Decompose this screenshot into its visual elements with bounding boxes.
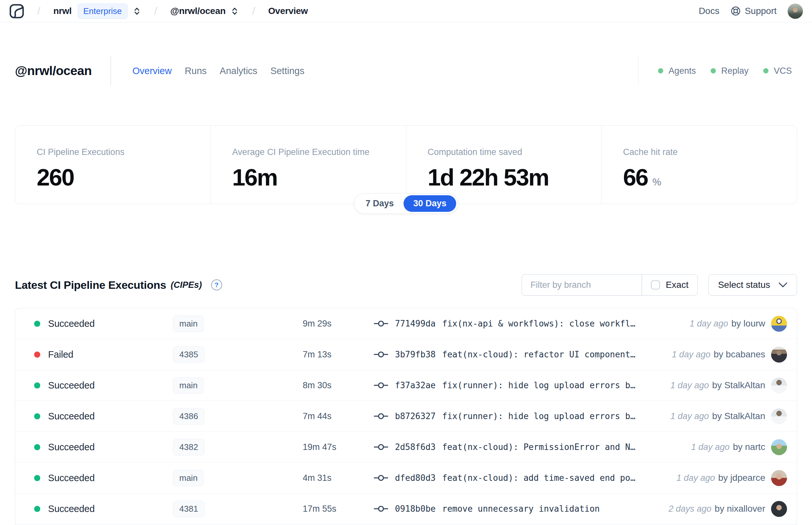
nx-cloud-logo-icon[interactable] bbox=[9, 3, 24, 19]
help-icon[interactable]: ? bbox=[211, 280, 222, 290]
git-commit-icon bbox=[374, 443, 388, 451]
commit-message: fix(runner): hide log upload errors b… bbox=[442, 411, 635, 421]
status-label: Succeeded bbox=[48, 473, 94, 483]
select-status-label: Select status bbox=[718, 280, 770, 290]
feature-replay[interactable]: Replay bbox=[711, 66, 748, 76]
workspace-header: @nrwl/ocean Overview Runs Analytics Sett… bbox=[0, 57, 812, 85]
tab-runs[interactable]: Runs bbox=[184, 64, 208, 78]
feature-agents-label: Agents bbox=[669, 66, 696, 76]
breadcrumb-separator: / bbox=[37, 5, 40, 17]
branch-filter-input[interactable] bbox=[522, 274, 642, 295]
table-row[interactable]: Succeeded main 4m 31s dfed80d3 feat(nx-c… bbox=[15, 463, 797, 494]
stat-value: 16m bbox=[232, 164, 277, 191]
git-commit-icon bbox=[374, 320, 388, 328]
branch-badge: main bbox=[173, 315, 204, 332]
breadcrumb-org[interactable]: nrwl bbox=[53, 6, 72, 16]
table-row[interactable]: Failed 4385 7m 13s 3b79fb38 feat(nx-clou… bbox=[15, 339, 797, 370]
stats-cards: CI Pipeline Executions 260 Average CI Pi… bbox=[15, 125, 797, 204]
author: by StalkAltan bbox=[712, 411, 765, 421]
table-row[interactable]: Succeeded main 9m 29s 771499da fix(nx-ap… bbox=[15, 308, 797, 339]
stat-value: 260 bbox=[37, 164, 74, 191]
period-toggle: 7 Days 30 Days bbox=[354, 193, 458, 214]
stat-computation-time-saved: Computation time saved 1d 22h 53m bbox=[406, 126, 601, 204]
duration: 9m 29s bbox=[264, 319, 374, 329]
git-commit-icon bbox=[374, 381, 388, 389]
exact-checkbox[interactable] bbox=[651, 280, 660, 289]
cipe-table: Succeeded main 9m 29s 771499da fix(nx-ap… bbox=[15, 308, 797, 525]
feature-vcs-label: VCS bbox=[774, 66, 792, 76]
commit-hash: f37a32ae bbox=[395, 380, 435, 390]
table-row[interactable]: Succeeded 4382 19m 47s 2d58f6d3 feat(nx-… bbox=[15, 432, 797, 463]
stat-value: 66 bbox=[623, 164, 648, 191]
commit-message: feat(nx-cloud): PermissionError and N… bbox=[442, 442, 635, 452]
avatar bbox=[771, 347, 787, 363]
author: by jdpearce bbox=[718, 473, 765, 483]
table-row[interactable]: Succeeded main 8m 30s f37a32ae fix(runne… bbox=[15, 370, 797, 401]
git-commit-icon bbox=[374, 474, 388, 482]
status-label: Failed bbox=[48, 349, 73, 360]
time-ago: 1 day ago bbox=[670, 411, 709, 421]
period-30-days-button[interactable]: 30 Days bbox=[403, 195, 456, 212]
status-dot bbox=[34, 444, 40, 450]
duration: 7m 13s bbox=[264, 349, 374, 360]
feature-replay-label: Replay bbox=[721, 66, 748, 76]
stat-cache-hit-rate: Cache hit rate 66 % bbox=[601, 126, 797, 204]
time-ago: 1 day ago bbox=[677, 473, 715, 483]
workspace-switcher-chevron-icon[interactable] bbox=[230, 7, 239, 16]
org-switcher-chevron-icon[interactable] bbox=[133, 7, 141, 16]
stat-label: Average CI Pipeline Execution time bbox=[232, 147, 406, 157]
branch-badge: 4382 bbox=[173, 439, 205, 455]
time-ago: 2 days ago bbox=[669, 504, 711, 514]
commit-hash: 3b79fb38 bbox=[395, 349, 435, 359]
stat-ci-pipeline-executions: CI Pipeline Executions 260 bbox=[15, 126, 211, 204]
top-navbar: / nrwl Enterprise / @nrwl/ocean / Overvi… bbox=[0, 0, 812, 22]
stat-label: CI Pipeline Executions bbox=[37, 147, 211, 157]
breadcrumb-workspace[interactable]: @nrwl/ocean bbox=[170, 6, 226, 16]
workspace-tabs: Overview Runs Analytics Settings bbox=[132, 64, 305, 78]
table-row[interactable]: Succeeded 4386 7m 44s b8726327 fix(runne… bbox=[15, 401, 797, 432]
docs-link[interactable]: Docs bbox=[699, 6, 719, 16]
tab-analytics[interactable]: Analytics bbox=[219, 64, 258, 78]
table-row[interactable]: Succeeded 4381 17m 55s 0918b0be remove u… bbox=[15, 494, 797, 524]
commit-message: remove unnecessary invalidation bbox=[442, 504, 600, 514]
feature-vcs[interactable]: VCS bbox=[763, 66, 792, 76]
branch-badge: main bbox=[173, 470, 204, 486]
status-dot bbox=[34, 382, 40, 389]
support-link[interactable]: Support bbox=[731, 6, 777, 16]
select-status-dropdown[interactable]: Select status bbox=[708, 274, 797, 296]
period-7-days-button[interactable]: 7 Days bbox=[356, 195, 403, 212]
duration: 19m 47s bbox=[264, 442, 374, 452]
exact-label: Exact bbox=[666, 280, 689, 290]
status-dot bbox=[34, 475, 40, 481]
support-label: Support bbox=[745, 6, 777, 16]
commit-message: feat(nx-cloud): refactor UI component… bbox=[442, 349, 635, 359]
user-avatar[interactable] bbox=[788, 3, 803, 19]
status-label: Succeeded bbox=[48, 318, 94, 329]
tab-settings[interactable]: Settings bbox=[270, 64, 305, 78]
commit-hash: 2d58f6d3 bbox=[395, 442, 435, 452]
breadcrumb-page: Overview bbox=[268, 6, 308, 16]
branch-filter-group: Exact bbox=[522, 274, 698, 296]
author: by nixallover bbox=[715, 504, 765, 514]
green-status-dot-icon bbox=[711, 68, 716, 73]
duration: 17m 55s bbox=[264, 504, 374, 514]
feature-agents[interactable]: Agents bbox=[658, 66, 696, 76]
commit-hash: 771499da bbox=[395, 319, 435, 328]
status-dot bbox=[34, 351, 40, 358]
avatar bbox=[771, 316, 787, 332]
time-ago: 1 day ago bbox=[670, 380, 709, 390]
avatar bbox=[771, 501, 787, 517]
time-ago: 1 day ago bbox=[690, 319, 728, 329]
commit-hash: 0918b0be bbox=[395, 504, 435, 514]
exact-toggle[interactable]: Exact bbox=[642, 280, 698, 290]
tab-overview[interactable]: Overview bbox=[132, 64, 172, 78]
stat-label: Computation time saved bbox=[428, 147, 601, 157]
breadcrumb-separator: / bbox=[154, 5, 157, 17]
commit-hash: b8726327 bbox=[395, 411, 435, 421]
avatar bbox=[771, 377, 787, 393]
stat-value: 1d 22h 53m bbox=[428, 164, 549, 191]
branch-badge: 4381 bbox=[173, 501, 205, 517]
branch-badge: 4385 bbox=[173, 346, 205, 363]
table-controls: Exact Select status bbox=[522, 274, 797, 296]
divider bbox=[638, 57, 639, 85]
